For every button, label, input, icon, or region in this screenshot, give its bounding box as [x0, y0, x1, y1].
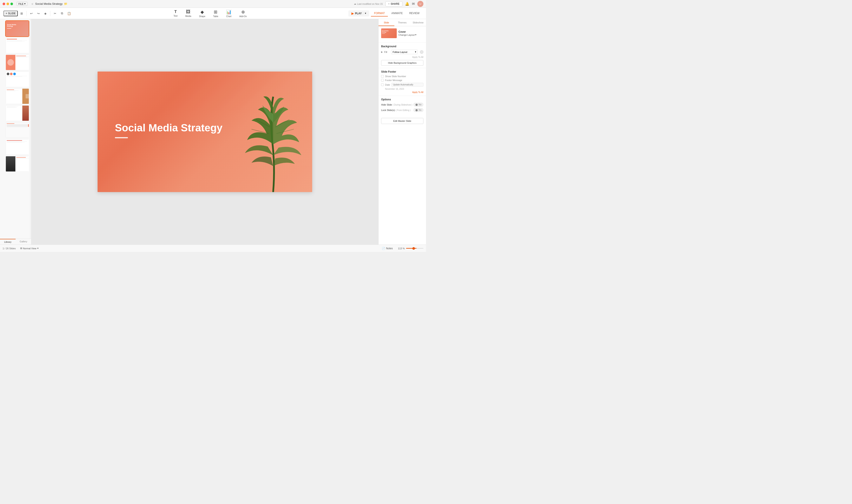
avatar[interactable]: U [417, 1, 423, 7]
add-slide-label: SLIDE [8, 12, 16, 15]
maximize-button[interactable] [11, 3, 13, 5]
slide-thumbnail-3[interactable] [6, 55, 29, 70]
chevron-down-view: ▾ [37, 247, 39, 250]
slide-thumbnail-5[interactable] [6, 88, 29, 104]
lock-slides-sub: ( From Editing ) [396, 109, 411, 111]
slide-wrapper-9: 9 [1, 156, 29, 172]
slide-thumbnail-9[interactable] [6, 156, 29, 172]
file-menu-button[interactable]: FILE ▾ [17, 2, 28, 6]
addon-tool[interactable]: ⊕ Add-On [238, 8, 249, 18]
chevron-down-icon-fill: ▾ [415, 51, 416, 53]
format-tabs: FORMAT ANIMATE REVIEW [371, 11, 422, 17]
slide-title-area[interactable]: Social Media Strategy [115, 122, 222, 138]
footer-message-checkbox[interactable] [381, 79, 384, 82]
paste-button[interactable]: 📋 [66, 11, 72, 17]
thumb-line-2c [7, 41, 25, 42]
thumb-content-6 [6, 106, 22, 121]
apply-all-orange-button[interactable]: Apply To All [381, 91, 423, 93]
tab-animate[interactable]: ANIMATE [388, 11, 405, 17]
show-slide-number-checkbox[interactable] [381, 75, 384, 78]
cut-button[interactable]: ✂ [52, 11, 58, 17]
slide-thumbnail-6[interactable] [6, 105, 29, 121]
tab-slideshow[interactable]: Slideshow [410, 19, 426, 26]
grid-icon-bottom: ⊞ [20, 247, 22, 250]
copy-format-button[interactable]: ◈ [42, 11, 48, 17]
modified-text: ☁ Last modified on Nov 15 [354, 2, 383, 5]
lock-slides-label-area: Lock Slide(s) ( From Editing ) [381, 109, 411, 112]
cover-label: Cover [398, 30, 416, 33]
library-tab[interactable]: Library [0, 239, 16, 245]
table-tool[interactable]: ⊞ Table [211, 8, 220, 18]
hide-slide-toggle[interactable]: ⬤ No [413, 103, 423, 106]
background-title: Background [381, 45, 423, 48]
media-tool[interactable]: 🖼 Media [184, 8, 193, 18]
tab-review[interactable]: REVIEW [406, 11, 422, 17]
options-title: Options [381, 98, 423, 101]
zoom-slider[interactable] [406, 248, 423, 249]
hide-background-button[interactable]: Hide Background Graphics [381, 60, 423, 66]
thumb-title-1: Social MediaStrategy [6, 21, 29, 28]
undo-button[interactable]: ↩ [29, 11, 35, 17]
redo-button[interactable]: ↪ [35, 11, 41, 17]
change-layout-button[interactable]: Change Layout ▾ [398, 33, 416, 36]
tab-themes[interactable]: Themes [394, 19, 410, 26]
minimize-button[interactable] [6, 3, 9, 5]
share-button[interactable]: ↑ SHARE [385, 1, 402, 6]
shape-label: Shape [199, 15, 205, 18]
shape-icon: ◆ [201, 9, 204, 15]
mail-icon[interactable]: ✉ [412, 2, 415, 6]
view-label: Normal View [23, 247, 36, 250]
thumb-bar-1 [7, 28, 11, 29]
notification-icon[interactable]: 🔔 [405, 2, 409, 6]
date-value: November 16, 2023 [385, 88, 423, 90]
slide-thumbnail-7[interactable] [6, 122, 29, 138]
canvas-area[interactable]: Social Media Strategy [32, 19, 378, 245]
fill-color-circle[interactable] [420, 50, 423, 54]
cover-preview: Social MediaStrategy Cover Change Layout… [381, 29, 423, 38]
notes-button[interactable]: 📄 Notes [382, 247, 393, 250]
slide-thumbnail-4[interactable] [6, 72, 29, 87]
hide-slide-sub: ( During Slideshow ) [393, 104, 412, 106]
play-dropdown[interactable]: ▾ [363, 12, 366, 15]
slide-panel-footer: Library Gallery [0, 239, 31, 245]
right-panel-tab-bar: Slide Themes Slideshow [379, 19, 426, 26]
copy-button[interactable]: ⧉ [59, 11, 65, 17]
slide-preview-7 [6, 122, 29, 138]
slide-preview-6 [6, 105, 29, 121]
shape-tool[interactable]: ◆ Shape [197, 8, 207, 18]
titlebar-right: ☁ Last modified on Nov 15 ↑ SHARE 🔔 ✉ U [354, 1, 423, 7]
edit-master-slide-button[interactable]: Edit Master Slide [381, 118, 423, 124]
share-icon: ↑ [388, 2, 389, 5]
tab-slide[interactable]: Slide [379, 19, 394, 26]
add-slide-button[interactable]: + SLIDE [3, 11, 18, 16]
folder-icon[interactable]: 📁 [64, 2, 68, 5]
fill-expand-icon[interactable]: ▶ [381, 51, 383, 53]
chart-tool[interactable]: 📊 Chart [224, 8, 233, 18]
tab-format[interactable]: FORMAT [371, 11, 388, 17]
close-button[interactable] [3, 3, 5, 5]
star-icon[interactable]: ★ [31, 2, 34, 6]
thumb-accent-2 [7, 39, 17, 39]
notes-label: Notes [386, 247, 393, 250]
slide-thumbnail-2[interactable] [6, 38, 29, 53]
slide-thumbnail-1[interactable]: Social MediaStrategy [6, 21, 29, 36]
thumb-line-4 [7, 76, 27, 76]
slide-preview-9 [6, 156, 29, 172]
gallery-tab[interactable]: Gallery [16, 239, 31, 245]
lock-slides-toggle[interactable]: ⬤ No [413, 108, 423, 112]
slide-underline [115, 137, 128, 138]
date-input[interactable] [391, 83, 423, 87]
text-tool[interactable]: T Text [172, 9, 179, 18]
notes-icon: 📄 [382, 247, 385, 250]
grid-view-button[interactable]: ⊞ [19, 11, 25, 17]
thumb-line-3 [16, 56, 26, 56]
view-selector[interactable]: ⊞ Normal View ▾ [20, 247, 39, 250]
lock-slides-label: Lock Slide(s) [381, 109, 395, 111]
fill-dropdown[interactable]: Follow Layout ▾ [391, 50, 418, 54]
slide-thumbnail-8[interactable] [6, 139, 29, 155]
play-button[interactable]: ▶ PLAY ▾ [348, 11, 369, 17]
show-slide-number-row: Show Slide Number [381, 75, 423, 78]
date-checkbox[interactable] [381, 84, 384, 86]
slide-wrapper-8: 8 [1, 139, 29, 155]
document-title[interactable]: Social Media Strategy [35, 2, 62, 5]
